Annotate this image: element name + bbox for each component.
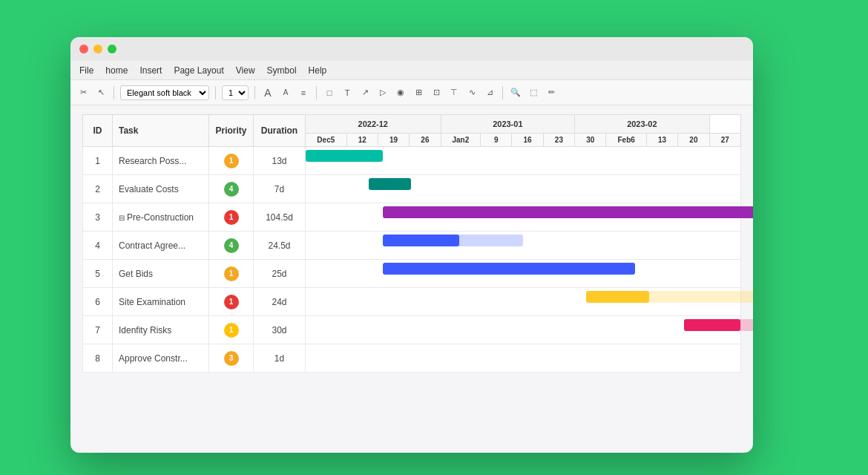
row-task-5: Site Examination bbox=[113, 288, 209, 316]
date-feb6: Feb6 bbox=[606, 134, 647, 147]
table-row: 2Evaluate Costs47d bbox=[83, 175, 741, 203]
table-row: 4Contract Agree...424.5d bbox=[83, 232, 741, 260]
font-size-down-icon[interactable]: A bbox=[279, 86, 292, 99]
date-jan2: Jan2 bbox=[441, 134, 480, 147]
close-button[interactable] bbox=[79, 45, 88, 53]
date-jan9: 9 bbox=[481, 134, 512, 147]
row-duration-7: 1d bbox=[254, 344, 306, 373]
row-task-1: Evaluate Costs bbox=[113, 175, 209, 203]
timeline-group-2022-12: 2022-12 bbox=[306, 115, 441, 134]
font-size-select[interactable]: 12 bbox=[222, 85, 249, 100]
arrow-icon[interactable]: ↗ bbox=[358, 86, 372, 99]
chart-icon[interactable]: ∿ bbox=[465, 86, 479, 99]
menu-view[interactable]: View bbox=[236, 65, 255, 76]
row-task-7: Approve Constr... bbox=[113, 344, 209, 373]
row-timeline-6 bbox=[306, 316, 741, 344]
row-duration-6: 30d bbox=[254, 316, 306, 344]
scissors-icon[interactable]: ✂ bbox=[76, 86, 90, 99]
toolbar: ✂ ↖ Elegant soft black 12 A A ≡ □ T ↗ ▷ … bbox=[70, 80, 753, 105]
row-task-0: Research Poss... bbox=[113, 147, 209, 175]
row-priority-4: 1 bbox=[209, 260, 254, 288]
menu-file[interactable]: File bbox=[79, 65, 93, 76]
row-timeline-3 bbox=[306, 232, 741, 260]
date-jan16: 16 bbox=[512, 134, 543, 147]
shape-icon[interactable]: ◉ bbox=[394, 86, 407, 99]
table-icon[interactable]: ⊞ bbox=[412, 86, 425, 99]
row-priority-3: 4 bbox=[209, 232, 254, 260]
align-icon[interactable]: ≡ bbox=[297, 86, 310, 99]
table-row: 5Get Bids125d bbox=[83, 260, 741, 288]
cursor-icon[interactable]: ↖ bbox=[94, 86, 108, 99]
row-id-2: 3 bbox=[83, 203, 113, 232]
row-id-7: 8 bbox=[83, 344, 113, 373]
row-id-1: 2 bbox=[83, 175, 113, 203]
table-row: 3⊟Pre-Construction1104.5d bbox=[83, 203, 741, 232]
row-task-2: ⊟Pre-Construction bbox=[113, 203, 209, 232]
gantt-table: ID Task Priority Duration 2022-12 2023-0… bbox=[82, 114, 741, 373]
rect-icon[interactable]: □ bbox=[323, 86, 336, 99]
table-row: 6Site Examination124d bbox=[83, 288, 741, 316]
col-header-id: ID bbox=[83, 115, 113, 147]
row-duration-1: 7d bbox=[254, 175, 306, 203]
date-dec26: 26 bbox=[410, 134, 441, 147]
table-row: 8Approve Constr...31d bbox=[83, 344, 741, 373]
lock-icon[interactable]: ⊿ bbox=[483, 86, 496, 99]
date-feb20: 20 bbox=[678, 134, 709, 147]
table-row: 1Research Poss...113d bbox=[83, 147, 741, 175]
row-duration-0: 13d bbox=[254, 147, 306, 175]
maximize-button[interactable] bbox=[108, 45, 116, 53]
row-id-6: 7 bbox=[83, 316, 113, 344]
row-task-6: Idenfity Risks bbox=[113, 316, 209, 344]
menu-page-layout[interactable]: Page Layout bbox=[174, 65, 223, 76]
col-header-duration: Duration bbox=[254, 115, 306, 147]
row-duration-5: 24d bbox=[254, 288, 306, 316]
app-window: File home Insert Page Layout View Symbol… bbox=[70, 37, 753, 453]
toolbar-divider-5 bbox=[502, 86, 503, 99]
font-size-up-icon[interactable]: A bbox=[261, 86, 274, 99]
img-icon[interactable]: ⊡ bbox=[430, 86, 443, 99]
menu-insert[interactable]: Insert bbox=[139, 65, 162, 76]
timeline-group-2023-01: 2023-01 bbox=[441, 115, 574, 134]
pencil-icon[interactable]: ✏ bbox=[545, 86, 558, 99]
date-feb27: 27 bbox=[709, 134, 740, 147]
col-header-priority: Priority bbox=[209, 115, 254, 147]
row-timeline-7 bbox=[306, 344, 741, 373]
row-priority-0: 1 bbox=[209, 147, 254, 175]
row-timeline-4 bbox=[306, 260, 741, 288]
toolbar-divider-2 bbox=[215, 86, 216, 99]
frame-icon[interactable]: ⬚ bbox=[527, 86, 540, 99]
row-id-5: 6 bbox=[83, 288, 113, 316]
date-dec12: 12 bbox=[346, 134, 378, 147]
text-icon[interactable]: T bbox=[341, 86, 354, 99]
toolbar-divider-3 bbox=[254, 86, 255, 99]
row-id-0: 1 bbox=[83, 147, 113, 175]
row-timeline-2 bbox=[306, 203, 741, 232]
cursor2-icon[interactable]: ▷ bbox=[376, 86, 389, 99]
row-priority-2: 1 bbox=[209, 203, 254, 232]
row-task-3: Contract Agree... bbox=[113, 232, 209, 260]
date-dec19: 19 bbox=[378, 134, 409, 147]
toolbar-divider-1 bbox=[114, 86, 114, 99]
font-family-select[interactable]: Elegant soft black bbox=[120, 85, 209, 100]
row-priority-5: 1 bbox=[209, 288, 254, 316]
row-timeline-0 bbox=[306, 147, 741, 175]
search-icon[interactable]: 🔍 bbox=[509, 86, 522, 99]
menu-symbol[interactable]: Symbol bbox=[267, 65, 297, 76]
row-priority-7: 3 bbox=[209, 344, 254, 373]
date-feb13: 13 bbox=[646, 134, 677, 147]
row-duration-2: 104.5d bbox=[254, 203, 306, 232]
row-duration-4: 25d bbox=[254, 260, 306, 288]
row-task-4: Get Bids bbox=[113, 260, 209, 288]
table-row: 7Idenfity Risks130d bbox=[83, 316, 741, 344]
menu-home[interactable]: home bbox=[105, 65, 128, 76]
row-id-4: 5 bbox=[83, 260, 113, 288]
row-id-3: 4 bbox=[83, 232, 113, 260]
menu-help[interactable]: Help bbox=[309, 65, 327, 76]
menu-bar: File home Insert Page Layout View Symbol… bbox=[70, 61, 753, 80]
align2-icon[interactable]: ⊤ bbox=[447, 86, 461, 99]
date-dec5: Dec5 bbox=[306, 134, 347, 147]
minimize-button[interactable] bbox=[93, 45, 102, 53]
row-priority-1: 4 bbox=[209, 175, 254, 203]
timeline-group-2023-02: 2023-02 bbox=[575, 115, 710, 134]
col-header-task: Task bbox=[113, 115, 209, 147]
